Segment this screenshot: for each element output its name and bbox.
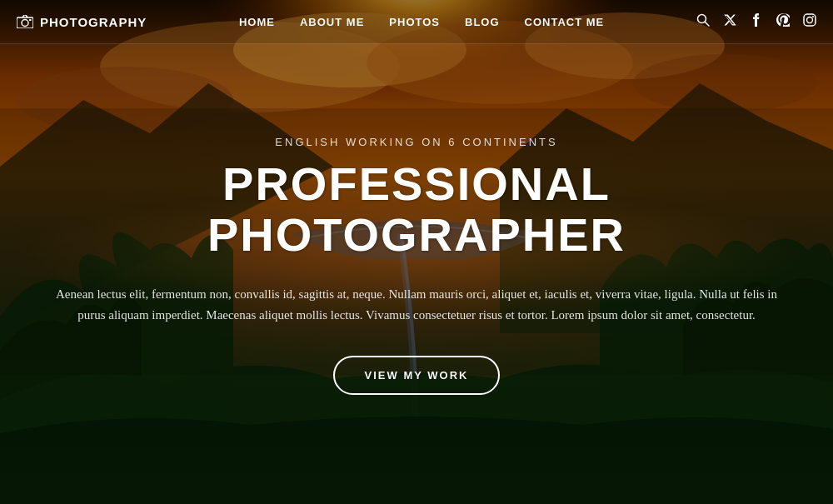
pinterest-icon[interactable]: [776, 13, 790, 30]
nav-item-about[interactable]: ABOUT ME: [300, 14, 364, 29]
site-logo[interactable]: PHOTOGRAPHY: [17, 15, 147, 29]
instagram-icon[interactable]: [803, 13, 816, 30]
nav-item-blog[interactable]: BLOG: [465, 14, 500, 29]
svg-rect-14: [29, 19, 32, 21]
hero-description: Aenean lectus elit, fermentum non, conva…: [54, 284, 779, 327]
nav-link-contact[interactable]: CONTACT ME: [525, 16, 605, 28]
nav-link-home[interactable]: HOME: [239, 16, 275, 28]
nav-links: HOME ABOUT ME PHOTOS BLOG CONTACT ME: [239, 14, 604, 29]
svg-point-19: [812, 16, 814, 17]
logo-text: PHOTOGRAPHY: [40, 15, 147, 29]
svg-point-18: [807, 17, 813, 23]
facebook-icon[interactable]: [750, 13, 763, 30]
svg-point-13: [22, 20, 28, 27]
hero-content: ENGLISH WORKING ON 6 CONTINENTS PROFESSI…: [42, 135, 791, 394]
nav-item-photos[interactable]: PHOTOS: [389, 14, 440, 29]
camera-icon: [17, 15, 33, 28]
nav-link-about[interactable]: ABOUT ME: [300, 16, 364, 28]
hero-title: PROFESSIONAL PHOTOGRAPHER: [42, 157, 791, 260]
hero-section: PHOTOGRAPHY HOME ABOUT ME PHOTOS BLOG CO…: [0, 0, 833, 504]
nav-item-home[interactable]: HOME: [239, 14, 275, 29]
nav-item-contact[interactable]: CONTACT ME: [525, 14, 605, 29]
nav-social-icons: [696, 13, 816, 30]
nav-link-photos[interactable]: PHOTOS: [389, 16, 440, 28]
navbar: PHOTOGRAPHY HOME ABOUT ME PHOTOS BLOG CO…: [0, 0, 833, 44]
hero-subtitle: ENGLISH WORKING ON 6 CONTINENTS: [42, 135, 791, 147]
twitter-icon[interactable]: [723, 13, 736, 30]
svg-rect-17: [804, 14, 816, 26]
nav-link-blog[interactable]: BLOG: [465, 16, 500, 28]
svg-line-16: [706, 22, 710, 27]
view-work-button[interactable]: VIEW MY WORK: [333, 356, 501, 395]
search-icon[interactable]: [696, 13, 710, 30]
